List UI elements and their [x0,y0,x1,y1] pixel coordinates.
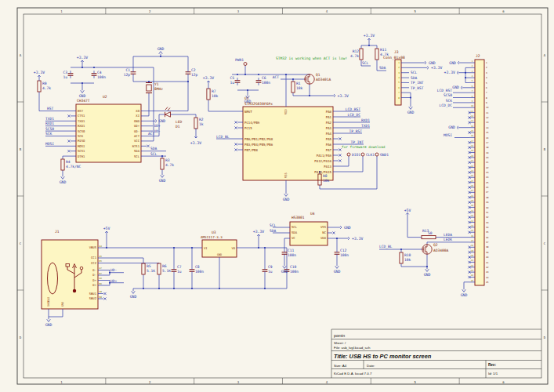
ref-value-label: Y1 [154,82,159,86]
j2-pin-number: 26 [471,185,474,187]
u2-ch347-body[interactable] [76,104,141,162]
power-label: GND [281,270,288,274]
c9-symbol [263,270,268,271]
ref-value-label: TP_INT [350,140,364,145]
u1-pin-name: PA4 [326,132,332,136]
j2-pin-number: 7 [472,90,473,93]
power-label: GND [407,111,415,114]
j2-pin-name: 42 [486,266,489,269]
ref-value-label: RXD1 [361,118,370,122]
r7-symbol[interactable] [207,89,210,100]
sheet-border [17,8,548,384]
r9-symbol[interactable] [38,81,41,92]
ref-value-label: SDA [379,66,386,70]
frame-row-label: D [20,336,22,339]
ref-value-label: 1u [268,270,273,274]
gnd-symbol [132,289,136,293]
u4-pin-name: SCL [291,225,298,229]
j2-net-label: SCK [446,99,453,103]
ref-value-label: 4.7k [42,86,51,90]
r11-symbol[interactable] [375,49,378,60]
title-block-rev: Rev: [488,363,496,367]
c5-symbol [235,81,241,82]
no-connect-x [234,143,237,145]
power-label: +3.3V [431,66,443,70]
j1-pin-name: SBU1 [89,292,97,296]
j2-pin-number: 4 [472,75,473,78]
ref-value-label: MOSI [45,142,54,146]
j1-pin-number: A4 [100,245,103,248]
r13-symbol[interactable] [422,236,436,239]
ref-value-label: R9 [42,82,47,85]
power-label: GND [449,61,456,65]
j2-pin-name: 35 [486,230,489,234]
ref-value-label: 12p [124,73,131,77]
j2-pin-number: 8 [472,96,473,98]
y1-crystal-symbol[interactable] [147,85,151,91]
j2-pin-number: 45 [471,280,474,282]
ref-value-label: C1 [125,68,130,72]
u3-pin-name: VI [204,246,208,250]
r6-symbol[interactable] [158,263,161,274]
c1-symbol [131,72,136,74]
dio1-testpoint[interactable] [347,153,350,156]
c4-symbol [92,74,97,75]
comment-text: STM32 is working when ACT is low! [276,56,347,60]
j2-pin-number: 43 [471,270,474,272]
wire [103,258,143,263]
r12-symbol[interactable] [360,49,363,60]
j1-pin-number: A7 [100,267,103,270]
no-connect-x [234,148,237,151]
j2-pin-number: 33 [471,220,474,223]
r1-symbol[interactable] [291,82,295,93]
junction-dot [161,155,163,157]
ref-value-label: R2 [199,118,204,122]
j1-pin-name: D- [92,268,96,272]
comment-text: for firmware download [342,145,386,149]
gnd1-testpoint[interactable] [375,153,378,156]
j2-pin-number: 28 [471,195,474,198]
schematic-canvas[interactable]: pomin Sheet: / File: usb_lvgl.kicad_sch … [0,0,554,392]
r10-symbol[interactable] [400,252,403,263]
frame-column-label: 6 [502,380,505,384]
ref-value-label: 100n [262,81,270,85]
junction-dot [106,247,107,249]
clk1-testpoint[interactable] [361,153,364,156]
j2-pin-number: 44 [471,274,474,277]
r4-symbol[interactable] [61,159,64,170]
ref-value-label: 1u [63,75,67,79]
ref-value-label: R3 [165,158,170,162]
ref-value-label: Conn_01x08 [383,56,405,60]
j2-ref: J2 [476,54,480,58]
j2-pin-name: 22 [486,166,489,169]
ref-value-label: C3 [63,71,67,74]
ref-value-label: CH347T [77,99,90,103]
title-block-id: Id: 1/1 [488,372,498,376]
r2-symbol[interactable] [194,118,197,129]
j2-connector-body[interactable] [475,60,484,285]
pwr1-testpoint[interactable] [244,63,247,66]
j2-pin-name: 25 [486,181,489,184]
ref-value-label: SCL [150,152,158,156]
power-label: GND [283,198,290,201]
ref-value-label: R7 [212,89,216,93]
r5-symbol[interactable] [142,263,145,274]
j2-pin-number: 38 [471,245,474,247]
j2-pin-name: 31 [486,211,489,214]
power-label: +5V [404,209,411,212]
no-connect-x [67,114,70,117]
j2-pin-name: 32 [486,216,489,219]
u2-pin-name: UD+ [134,124,140,128]
ref-value-label: 10k [404,258,411,262]
u4-pin-name: VSS [320,225,327,229]
power-label: +3.3V [253,230,265,234]
ref-value-label: 8MHz [154,87,163,91]
wire [339,156,363,172]
j1-pin-name: CC1 [91,256,97,260]
u2-pin-name: SCS1 [78,149,85,153]
u1-pin-name: PA1 [326,115,332,119]
ref-value-label: 1k [199,122,204,126]
frame-column-label: 4 [326,9,328,13]
r3-symbol[interactable] [161,158,164,169]
j2-pin-name: 17 [486,141,489,144]
